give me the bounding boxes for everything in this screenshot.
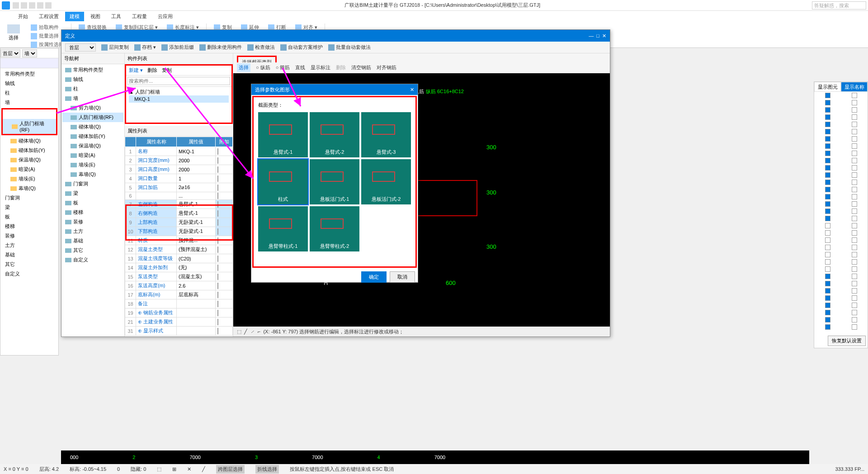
cv-stirrup[interactable]: ○ 箍筋 bbox=[276, 64, 290, 71]
menu-view[interactable]: 视图 bbox=[86, 12, 105, 21]
visibility-row[interactable] bbox=[814, 229, 868, 237]
qat-undo-icon[interactable] bbox=[37, 2, 43, 9]
nav-rf-wall[interactable]: 人防门框墙(RF) bbox=[62, 113, 123, 122]
left-toolbar[interactable] bbox=[0, 58, 58, 68]
tree-common[interactable]: 常用构件类型 bbox=[1, 69, 57, 79]
nav-reinforce[interactable]: 砌体加筋(Y) bbox=[62, 132, 123, 141]
cv-delete[interactable]: 删除 bbox=[336, 64, 346, 71]
batch-select[interactable]: 批量选择 bbox=[29, 32, 66, 40]
def-title-bar[interactable]: 定义 —□✕ bbox=[61, 30, 610, 42]
visibility-row[interactable] bbox=[814, 208, 868, 215]
cv-show-ann[interactable]: 显示标注 bbox=[311, 64, 330, 71]
property-row[interactable]: 3洞口高度(mm)2000 bbox=[125, 165, 233, 174]
property-row[interactable]: 16泵送高度(m)2.6 bbox=[125, 281, 233, 290]
col-show-element[interactable]: 显示图元 bbox=[814, 82, 841, 92]
qat-open-icon[interactable] bbox=[21, 2, 27, 9]
cv-line-icon[interactable]: ╱ bbox=[244, 329, 247, 335]
visibility-row[interactable] bbox=[814, 280, 868, 287]
visibility-row[interactable] bbox=[814, 193, 868, 200]
tree-finish[interactable]: 装修 bbox=[1, 231, 57, 241]
property-row[interactable]: 6... bbox=[125, 192, 233, 200]
nav-finish[interactable]: 装修 bbox=[62, 217, 123, 227]
nav-stair[interactable]: 楼梯 bbox=[62, 208, 123, 217]
tree-column[interactable]: 柱 bbox=[1, 88, 57, 98]
property-row[interactable]: 7左侧构造悬臂式-1 bbox=[125, 200, 233, 209]
visibility-row[interactable] bbox=[814, 99, 868, 106]
visibility-row[interactable] bbox=[814, 251, 868, 258]
delete-unused[interactable]: 删除未使用构件 bbox=[199, 44, 242, 51]
tree-insulation[interactable]: 保温墙(Q) bbox=[1, 155, 57, 165]
nav-wall[interactable]: 墙 bbox=[62, 94, 123, 103]
floor-select[interactable]: 首层 bbox=[0, 49, 20, 57]
qat-redo-icon[interactable] bbox=[45, 2, 52, 9]
visibility-row[interactable] bbox=[814, 142, 868, 150]
visibility-row[interactable] bbox=[814, 186, 868, 193]
property-row[interactable]: 18备注 bbox=[125, 299, 233, 308]
def-max-icon[interactable]: □ bbox=[596, 33, 599, 39]
sb-icon4[interactable]: ╱ bbox=[202, 466, 205, 472]
visibility-row[interactable] bbox=[814, 171, 868, 179]
visibility-row[interactable] bbox=[814, 92, 868, 99]
tree-reinforce[interactable]: 砌体加筋(Y) bbox=[1, 146, 57, 155]
pick-component[interactable]: 拾取构件 bbox=[29, 24, 66, 31]
nav-column[interactable]: 柱 bbox=[62, 84, 123, 94]
category-select[interactable]: 墙 bbox=[22, 49, 37, 57]
section-type-option[interactable]: 悬臂式-2 bbox=[310, 112, 359, 157]
property-row[interactable]: 8右侧构造悬臂式-1 bbox=[125, 209, 233, 218]
copy-between-floors[interactable]: 层间复制 bbox=[101, 44, 129, 51]
property-row[interactable]: 31⊕ 显示样式 bbox=[125, 327, 233, 336]
tree-axis[interactable]: 轴线 bbox=[1, 79, 57, 88]
section-type-option[interactable]: 悬臂带柱式-2 bbox=[310, 206, 359, 251]
visibility-row[interactable] bbox=[814, 215, 868, 222]
cv-longbar[interactable]: ○ 纵筋 bbox=[256, 64, 270, 71]
tree-custom[interactable]: 自定义 bbox=[1, 269, 57, 279]
visibility-row[interactable] bbox=[814, 121, 868, 128]
visibility-row[interactable] bbox=[814, 114, 868, 121]
section-type-option[interactable]: 悬板活门式-1 bbox=[310, 159, 359, 204]
property-row[interactable]: 17底标高(m)层底标高 bbox=[125, 290, 233, 299]
section-type-option[interactable]: 悬臂式-3 bbox=[361, 112, 411, 157]
visibility-row[interactable] bbox=[814, 222, 868, 229]
cv-clear[interactable]: 清空钢筋 bbox=[351, 64, 371, 71]
visibility-row[interactable] bbox=[814, 157, 868, 164]
nav-opening[interactable]: 门窗洞 bbox=[62, 179, 123, 189]
visibility-row[interactable] bbox=[814, 164, 868, 171]
property-row[interactable]: 2洞口宽度(mm)2000 bbox=[125, 156, 233, 165]
cv-align[interactable]: 对齐钢筋 bbox=[377, 64, 396, 71]
visibility-row[interactable] bbox=[814, 128, 868, 135]
visibility-row[interactable] bbox=[814, 150, 868, 157]
visibility-row[interactable] bbox=[814, 309, 868, 316]
archive-btn[interactable]: 存档 ▾ bbox=[134, 44, 156, 51]
tree-rf-wall[interactable]: 人防门框墙(RF) bbox=[3, 119, 56, 134]
visibility-row[interactable] bbox=[814, 316, 868, 323]
visibility-row[interactable] bbox=[814, 106, 868, 114]
visibility-row[interactable] bbox=[814, 302, 868, 309]
qat-save-icon[interactable] bbox=[29, 2, 35, 9]
visibility-row[interactable] bbox=[814, 200, 868, 208]
nav-axis[interactable]: 轴线 bbox=[62, 75, 123, 84]
nav-foundation[interactable]: 基础 bbox=[62, 236, 123, 246]
menu-cloud[interactable]: 云应用 bbox=[153, 12, 177, 21]
menu-quantity[interactable]: 工程量 bbox=[127, 12, 151, 21]
nav-earth[interactable]: 土方 bbox=[62, 227, 123, 236]
section-type-option[interactable]: 柱式 bbox=[258, 159, 308, 204]
property-row[interactable]: 12混凝土类型(预拌混凝土) bbox=[125, 245, 233, 254]
nav-curtain[interactable]: 幕墙(Q) bbox=[62, 170, 123, 179]
def-min-icon[interactable]: — bbox=[589, 33, 594, 39]
menu-modeling[interactable]: 建模 bbox=[65, 12, 84, 21]
comp-del-btn[interactable]: 删除 bbox=[147, 67, 157, 74]
cross-layer-select[interactable]: 跨图层选择 bbox=[216, 465, 245, 474]
tree-wall[interactable]: 墙 bbox=[1, 98, 57, 107]
property-row[interactable]: 5洞口加筋2⌀16 bbox=[125, 183, 233, 192]
comp-mkq1[interactable]: MKQ-1 bbox=[129, 95, 229, 103]
property-row[interactable]: 21⊕ 土建业务属性 bbox=[125, 318, 233, 327]
property-row[interactable]: 10下部构造无卧梁式-1 bbox=[125, 227, 233, 236]
visibility-row[interactable] bbox=[814, 244, 868, 251]
tree-pier[interactable]: 墙垛(E) bbox=[1, 174, 57, 184]
visibility-row[interactable] bbox=[814, 265, 868, 273]
property-row[interactable]: 19⊕ 钢筋业务属性 bbox=[125, 308, 233, 318]
sect-close-icon[interactable]: ✕ bbox=[410, 87, 414, 93]
property-row[interactable]: 15泵送类型(混凝土泵) bbox=[125, 272, 233, 281]
tree-stair[interactable]: 楼梯 bbox=[1, 222, 57, 231]
help-search[interactable]: 答疑解惑，搜索 bbox=[812, 1, 866, 9]
